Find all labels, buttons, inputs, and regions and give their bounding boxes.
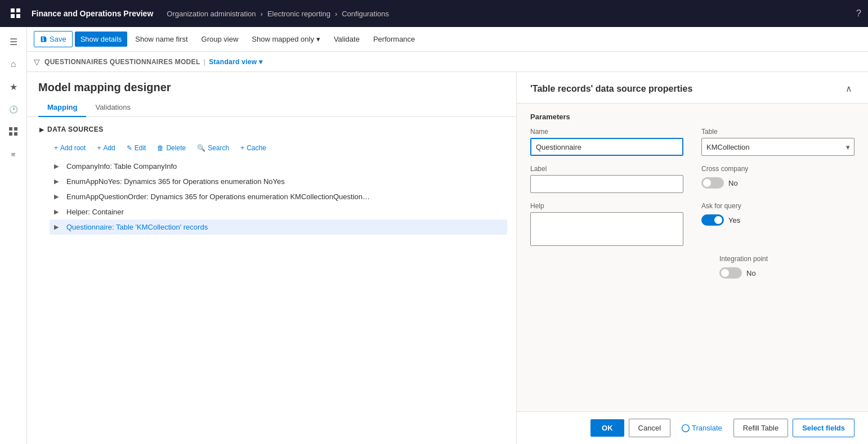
help-textarea[interactable] — [530, 212, 683, 246]
right-panel: 'Table records' data source properties ∧… — [517, 72, 868, 444]
svg-rect-3 — [16, 14, 20, 18]
standard-view-chevron: ▾ — [259, 58, 262, 66]
favorites-icon[interactable]: ★ — [3, 77, 24, 97]
integration-group: Integration point No — [719, 255, 854, 279]
ok-button[interactable]: OK — [590, 419, 624, 437]
cache-button[interactable]: + Cache — [236, 142, 271, 154]
filter-icon[interactable]: ▽ — [34, 57, 40, 66]
ask-query-label: Ask for query — [701, 202, 854, 210]
label-label: Label — [530, 165, 683, 173]
name-group: Name — [530, 128, 683, 156]
table-select-wrapper: KMCollection CompanyInfo KMQuestion — [701, 138, 854, 156]
chevron-down-icon: ▾ — [316, 35, 320, 43]
breadcrumb-org-admin[interactable]: Organization administration — [167, 10, 256, 18]
toolbar: Save Show details Show name first Group … — [27, 27, 868, 52]
ds-item-0[interactable]: ▶ CompanyInfo: Table CompanyInfo — [50, 159, 507, 174]
name-input[interactable] — [530, 138, 683, 156]
bottom-actions: OK Cancel Translate Refill Table Select … — [517, 411, 868, 444]
show-details-button[interactable]: Show details — [75, 32, 128, 47]
tabs-bar: Mapping Validations — [27, 98, 516, 117]
svg-rect-4 — [9, 127, 12, 131]
svg-rect-6 — [9, 132, 12, 136]
modules-icon[interactable] — [3, 122, 24, 142]
svg-rect-5 — [14, 127, 17, 131]
table-select[interactable]: KMCollection CompanyInfo KMQuestion — [701, 138, 854, 156]
top-navigation: Finance and Operations Preview Organizat… — [0, 0, 868, 27]
table-label: Table — [701, 128, 854, 136]
cross-company-label: Cross company — [701, 165, 854, 173]
breadcrumb-electronic-reporting[interactable]: Electronic reporting — [267, 10, 330, 18]
integration-toggle[interactable] — [719, 267, 742, 279]
cross-company-value: No — [728, 179, 738, 187]
help-label: Help — [530, 202, 683, 210]
svg-rect-7 — [14, 132, 17, 136]
cancel-button[interactable]: Cancel — [629, 419, 670, 437]
help-group: Help — [530, 202, 683, 246]
breadcrumb-sep-2: › — [335, 10, 337, 18]
help-icon[interactable]: ? — [856, 8, 861, 19]
page-title: Model mapping designer — [38, 81, 505, 94]
group-view-button[interactable]: Group view — [196, 32, 244, 47]
data-sources-header: ▶ DATA SOURCES — [36, 124, 507, 135]
breadcrumb-sub: QUESTIONNAIRES QUESTIONNAIRES MODEL | St… — [44, 58, 263, 66]
delete-button[interactable]: 🗑 Delete — [153, 142, 190, 154]
svg-rect-0 — [11, 8, 15, 12]
integration-row: Integration point No — [530, 255, 854, 279]
performance-button[interactable]: Performance — [368, 32, 420, 47]
help-row: Help Ask for query Yes — [530, 202, 854, 246]
ask-query-toggle-row: Yes — [701, 214, 854, 226]
ds-expand-icon[interactable]: ▶ — [36, 124, 47, 135]
ask-query-thumb — [714, 216, 722, 224]
home-icon[interactable]: ⌂ — [3, 54, 24, 74]
validate-button[interactable]: Validate — [328, 32, 365, 47]
app-grid-icon[interactable] — [7, 5, 25, 23]
tab-validations[interactable]: Validations — [86, 98, 140, 117]
ds-item-chevron-0: ▶ — [54, 163, 63, 170]
refill-table-button[interactable]: Refill Table — [733, 419, 788, 437]
ds-items-list: ▶ CompanyInfo: Table CompanyInfo ▶ EnumA… — [36, 159, 507, 235]
ask-query-toggle[interactable] — [701, 214, 724, 226]
select-fields-button[interactable]: Select fields — [793, 419, 854, 437]
breadcrumb-configurations[interactable]: Configurations — [342, 10, 389, 18]
panel-collapse-button[interactable]: ∧ — [843, 81, 854, 96]
search-button[interactable]: 🔍 Search — [193, 142, 234, 154]
ds-item-chevron-1: ▶ — [54, 178, 63, 185]
ds-item-2[interactable]: ▶ EnumAppQuestionOrder: Dynamics 365 for… — [50, 189, 507, 204]
left-panel: Model mapping designer Mapping Validatio… — [27, 72, 517, 444]
translate-button[interactable]: Translate — [675, 419, 729, 437]
data-sources-title: DATA SOURCES — [47, 125, 104, 133]
standard-view-dropdown[interactable]: Standard view ▾ — [209, 58, 263, 66]
app-title: Finance and Operations Preview — [32, 9, 153, 18]
cross-company-group: Cross company No — [701, 165, 854, 193]
data-sources-area: ▶ DATA SOURCES + Add root + Add — [27, 117, 516, 444]
ds-item-4[interactable]: ▶ Questionnaire: Table 'KMCollection' re… — [50, 219, 507, 235]
ds-item-3[interactable]: ▶ Helper: Container — [50, 204, 507, 219]
label-row: Label Cross company No — [530, 165, 854, 193]
integration-label: Integration point — [719, 255, 854, 263]
page-title-area: Model mapping designer — [27, 72, 516, 98]
ask-query-group: Ask for query Yes — [701, 202, 854, 246]
breadcrumb-sep-1: › — [261, 10, 263, 18]
show-mapped-only-dropdown[interactable]: Show mapped only ▾ — [246, 32, 326, 47]
save-button[interactable]: Save — [34, 31, 73, 47]
edit-button[interactable]: ✎ Edit — [122, 142, 151, 154]
hamburger-icon[interactable]: ☰ — [3, 32, 24, 52]
list-icon[interactable]: ≡ — [3, 144, 24, 164]
recent-icon[interactable]: 🕐 — [3, 99, 24, 119]
add-root-button[interactable]: + Add root — [50, 142, 90, 154]
ds-item-chevron-4: ▶ — [54, 223, 63, 231]
show-name-first-button[interactable]: Show name first — [129, 32, 193, 47]
svg-rect-2 — [11, 14, 15, 18]
integration-spacer — [530, 255, 701, 279]
table-group: Table KMCollection CompanyInfo KMQuestio… — [701, 128, 854, 156]
integration-thumb — [721, 269, 729, 277]
panel-title: 'Table records' data source properties — [530, 84, 692, 94]
main-layout: ☰ ⌂ ★ 🕐 ≡ Save Show details Show name fi… — [0, 27, 868, 444]
tab-mapping[interactable]: Mapping — [38, 98, 86, 117]
ds-item-1[interactable]: ▶ EnumAppNoYes: Dynamics 365 for Operati… — [50, 174, 507, 189]
cross-company-toggle[interactable] — [701, 177, 724, 189]
panel-header: 'Table records' data source properties ∧ — [517, 72, 868, 104]
ds-actions: + Add root + Add ✎ Edit 🗑 — [36, 140, 507, 159]
add-button[interactable]: + Add — [92, 142, 119, 154]
label-input[interactable] — [530, 175, 683, 193]
